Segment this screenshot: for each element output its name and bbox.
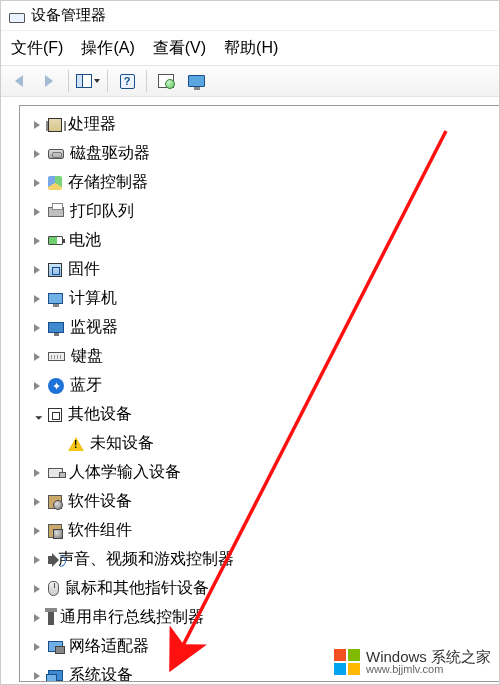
- tree-node-keyboard[interactable]: 键盘: [20, 342, 499, 371]
- expand-icon[interactable]: [30, 118, 44, 132]
- toolbar-separator: [68, 70, 69, 92]
- disk-icon: [48, 149, 64, 159]
- storage-icon: [48, 176, 62, 190]
- tree-label: 系统设备: [69, 665, 133, 682]
- tree-label: 处理器: [68, 114, 116, 135]
- toolbar-separator: [107, 70, 108, 92]
- sys-icon: [48, 670, 63, 681]
- expand-icon[interactable]: [30, 234, 44, 248]
- tree-node-battery[interactable]: 电池: [20, 226, 499, 255]
- keyboard-icon: [48, 352, 65, 361]
- tree-label: 软件组件: [68, 520, 132, 541]
- nav-back-button[interactable]: [5, 68, 33, 94]
- menu-action[interactable]: 操作(A): [81, 38, 134, 59]
- expand-icon[interactable]: [30, 611, 44, 625]
- tree-node-cpu[interactable]: 处理器: [20, 110, 499, 139]
- tree-node-soft[interactable]: 软件设备: [20, 487, 499, 516]
- tree-label: 软件设备: [68, 491, 132, 512]
- tree-label: 磁盘驱动器: [70, 143, 150, 164]
- tree-label: 未知设备: [90, 433, 154, 454]
- tree-label: 网络适配器: [69, 636, 149, 657]
- tree-node-other[interactable]: 其他设备: [20, 400, 499, 429]
- tree-label: 通用串行总线控制器: [60, 607, 204, 628]
- tree-node-mouse[interactable]: 鼠标和其他指针设备: [20, 574, 499, 603]
- tree-label: 蓝牙: [70, 375, 102, 396]
- expand-icon[interactable]: [30, 553, 44, 567]
- menu-file[interactable]: 文件(F): [11, 38, 63, 59]
- cpu-icon: [48, 118, 62, 132]
- menu-view[interactable]: 查看(V): [153, 38, 206, 59]
- expand-icon[interactable]: [30, 205, 44, 219]
- soft-icon: [48, 495, 62, 509]
- tree-node-bt[interactable]: 蓝牙: [20, 371, 499, 400]
- mouse-icon: [48, 581, 59, 596]
- watermark-title: Windows 系统之家: [366, 649, 491, 665]
- tree-node-pc[interactable]: 计算机: [20, 284, 499, 313]
- tree-label: 声音、视频和游戏控制器: [58, 549, 234, 570]
- pc-icon: [48, 293, 63, 304]
- expand-icon[interactable]: [30, 147, 44, 161]
- tree-label: 电池: [69, 230, 101, 251]
- device-tree[interactable]: 处理器磁盘驱动器存储控制器打印队列电池固件计算机监视器键盘蓝牙其他设备未知设备人…: [20, 106, 499, 682]
- arrow-right-icon: [45, 75, 53, 87]
- tree-label: 固件: [68, 259, 100, 280]
- tree-node-monitor[interactable]: 监视器: [20, 313, 499, 342]
- windows-logo-icon: [334, 649, 360, 675]
- devices-button[interactable]: [182, 68, 210, 94]
- menubar: 文件(F) 操作(A) 查看(V) 帮助(H): [1, 31, 499, 65]
- expand-icon[interactable]: [30, 321, 44, 335]
- scan-hardware-button[interactable]: [152, 68, 180, 94]
- hid-icon: [48, 468, 63, 478]
- scan-icon: [158, 74, 174, 88]
- tree-node-sound[interactable]: 声音、视频和游戏控制器: [20, 545, 499, 574]
- chevron-down-icon: [94, 79, 100, 83]
- net-icon: [48, 641, 63, 652]
- expand-icon[interactable]: [30, 669, 44, 683]
- view-panes-button[interactable]: [74, 68, 102, 94]
- expand-icon[interactable]: [30, 582, 44, 596]
- tree-label: 计算机: [69, 288, 117, 309]
- tree-label: 鼠标和其他指针设备: [65, 578, 209, 599]
- tree-label: 存储控制器: [68, 172, 148, 193]
- battery-icon: [48, 236, 63, 245]
- tree-node-usb[interactable]: 通用串行总线控制器: [20, 603, 499, 632]
- tree-node-disk[interactable]: 磁盘驱动器: [20, 139, 499, 168]
- expand-icon[interactable]: [30, 640, 44, 654]
- app-icon: [7, 8, 25, 24]
- help-icon: [120, 74, 135, 89]
- monitor-icon: [188, 75, 205, 87]
- monitor-icon: [48, 322, 64, 333]
- tree-node-printer[interactable]: 打印队列: [20, 197, 499, 226]
- toolbar-separator: [146, 70, 147, 92]
- device-tree-panel: 处理器磁盘驱动器存储控制器打印队列电池固件计算机监视器键盘蓝牙其他设备未知设备人…: [19, 105, 499, 682]
- printer-icon: [48, 207, 64, 217]
- device-manager-window: 设备管理器 文件(F) 操作(A) 查看(V) 帮助(H) 处理器磁盘驱动器存储…: [0, 0, 500, 685]
- collapse-icon[interactable]: [30, 408, 44, 422]
- tree-node-storage[interactable]: 存储控制器: [20, 168, 499, 197]
- menu-help[interactable]: 帮助(H): [224, 38, 278, 59]
- usb-icon: [48, 611, 54, 625]
- expand-icon[interactable]: [30, 263, 44, 277]
- expand-icon[interactable]: [30, 379, 44, 393]
- watermark-url: www.bjjmlv.com: [366, 664, 491, 676]
- help-button[interactable]: [113, 68, 141, 94]
- tree-label: 人体学输入设备: [69, 462, 181, 483]
- expand-icon[interactable]: [30, 524, 44, 538]
- tree-label: 监视器: [70, 317, 118, 338]
- nav-forward-button[interactable]: [35, 68, 63, 94]
- expand-icon[interactable]: [30, 350, 44, 364]
- expand-icon[interactable]: [30, 176, 44, 190]
- tree-label: 键盘: [71, 346, 103, 367]
- expand-icon[interactable]: [30, 292, 44, 306]
- tree-node-comp[interactable]: 软件组件: [20, 516, 499, 545]
- tree-node-unknown[interactable]: 未知设备: [20, 429, 499, 458]
- tree-node-firmware[interactable]: 固件: [20, 255, 499, 284]
- expand-icon[interactable]: [30, 495, 44, 509]
- arrow-left-icon: [15, 75, 23, 87]
- comp-icon: [48, 524, 62, 538]
- tree-node-hid[interactable]: 人体学输入设备: [20, 458, 499, 487]
- tree-label: 其他设备: [68, 404, 132, 425]
- other-icon: [48, 408, 62, 422]
- expand-icon[interactable]: [30, 466, 44, 480]
- titlebar[interactable]: 设备管理器: [1, 1, 499, 31]
